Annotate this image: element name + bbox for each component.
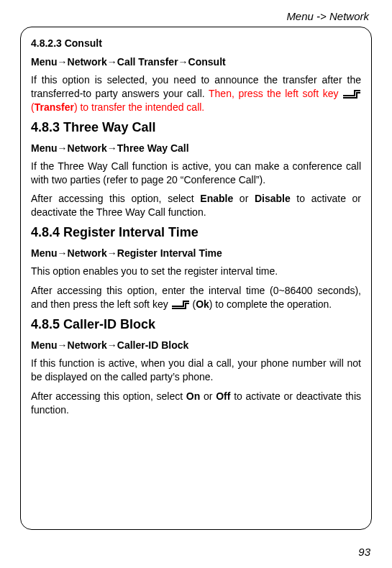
callerid-p2: After accessing this option, select On o… — [31, 390, 361, 417]
breadcrumb-callerid: Menu→Network→Caller-ID Block — [31, 339, 361, 351]
section-4-8-3-title: 4.8.3 Three Way Call — [31, 120, 361, 135]
threeway-disable: Disable — [255, 193, 291, 204]
threeway-enable: Enable — [200, 193, 233, 204]
consult-red-close: ) to transfer the intended call. — [74, 101, 204, 113]
page-frame: 4.8.2.3 Consult Menu→Network→Call Transf… — [20, 27, 372, 530]
callerid-or: or — [200, 390, 216, 402]
callerid-on: On — [186, 390, 200, 402]
section-4-8-2-3-title: 4.8.2.3 Consult — [31, 37, 361, 49]
register-open: ( — [190, 298, 196, 310]
consult-red-bold: Transfer — [35, 101, 74, 113]
threeway-or: or — [233, 193, 255, 204]
register-p1: This option enables you to set the regis… — [31, 265, 361, 278]
threeway-p2a: After accessing this option, select — [31, 193, 200, 204]
callerid-off: Off — [216, 390, 230, 402]
breadcrumb-consult: Menu→Network→Call Transfer→Consult — [31, 56, 361, 68]
consult-paragraph: If this option is selected, you need to … — [31, 73, 361, 114]
threeway-p2: After accessing this option, select Enab… — [31, 192, 361, 219]
section-4-8-4-title: 4.8.4 Register Interval Time — [31, 225, 361, 240]
callerid-p1: If this function is active, when you dia… — [31, 357, 361, 384]
section-4-8-5-title: 4.8.5 Caller-ID Block — [31, 317, 361, 332]
register-p2: After accessing this option, enter the i… — [31, 284, 361, 311]
register-close: ) to complete the operation. — [209, 298, 332, 310]
softkey-icon — [171, 298, 190, 310]
header-breadcrumb: Menu -> Network — [20, 10, 372, 22]
page-number: 93 — [358, 546, 370, 558]
softkey-icon — [342, 88, 361, 99]
breadcrumb-register: Menu→Network→Register Interval Time — [31, 247, 361, 259]
consult-red-pre: Then, press the left soft key — [209, 88, 342, 99]
callerid-p2a: After accessing this option, select — [31, 390, 186, 402]
breadcrumb-threeway: Menu→Network→Three Way Call — [31, 142, 361, 154]
threeway-p1: If the Three Way Call function is active… — [31, 160, 361, 187]
register-ok: Ok — [196, 298, 209, 310]
